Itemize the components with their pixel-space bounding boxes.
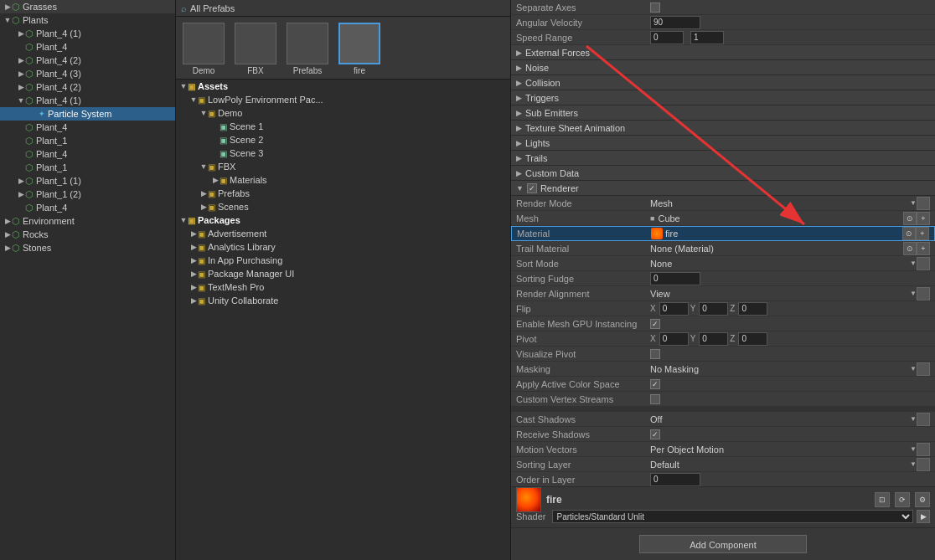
assets-scenes[interactable]: ▣ Scenes	[176, 200, 510, 213]
shader-expand[interactable]: ▶	[917, 510, 930, 523]
component-icon-btn2[interactable]: ⟳	[895, 492, 910, 507]
speed-range-max[interactable]	[690, 31, 724, 44]
inspector-collision[interactable]: ▶ Collision	[511, 75, 935, 90]
packages-advertisement[interactable]: ▣ Advertisement	[176, 227, 510, 240]
cast-shadows-expand[interactable]	[917, 413, 930, 426]
inspector-lights[interactable]: ▶ Lights	[511, 136, 935, 151]
masking-expand[interactable]	[917, 362, 930, 376]
render-mode-expand[interactable]	[917, 197, 930, 210]
mesh-expand[interactable]: ⊙	[903, 212, 917, 225]
inspector-texture-sheet[interactable]: ▶ Texture Sheet Animation	[511, 121, 935, 136]
assets-fbx[interactable]: ▣ FBX	[176, 160, 510, 173]
sorting-fudge-input[interactable]	[650, 272, 700, 285]
assets-materials[interactable]: ▣ Materials	[176, 173, 510, 187]
folder-icon: ▣	[208, 203, 215, 212]
color-space-checkbox[interactable]	[650, 379, 660, 389]
hierarchy-item[interactable]: ⬡ Plant_4 (1)	[0, 27, 175, 40]
motion-vectors-expand[interactable]	[917, 443, 930, 456]
prefab-thumb-selected	[338, 23, 380, 64]
prefab-demo[interactable]: Demo	[183, 23, 225, 75]
plant-icon: ⬡	[12, 15, 20, 26]
assets-prefabs[interactable]: ▣ Prefabs	[176, 187, 510, 200]
assets-root[interactable]: ▣ Assets	[176, 80, 510, 93]
inspector-external-forces[interactable]: ▶ External Forces	[511, 45, 935, 60]
pivot-y[interactable]	[699, 332, 728, 346]
hierarchy-item-particle-system[interactable]: ✦ Particle System	[0, 107, 175, 121]
assets-scene2[interactable]: ▣ Scene 2	[176, 133, 510, 146]
inspector-custom-data[interactable]: ▶ Custom Data	[511, 166, 935, 181]
hierarchy-item[interactable]: ⬡ Plant_4	[0, 147, 175, 161]
assets-lowpoly[interactable]: ▣ LowPoly Environment Pac...	[176, 93, 510, 106]
component-thumbnail	[516, 487, 541, 512]
hierarchy-item[interactable]: ⬡ Plant_4	[0, 121, 175, 134]
angular-velocity-input[interactable]	[650, 16, 700, 29]
sort-expand[interactable]	[917, 257, 930, 270]
flip-x[interactable]	[659, 302, 689, 316]
inspector-triggers[interactable]: ▶ Triggers	[511, 90, 935, 105]
pivot-z[interactable]	[738, 332, 767, 346]
assets-scene3[interactable]: ▣ Scene 3	[176, 146, 510, 160]
property-label: Separate Axes	[516, 3, 650, 13]
assets-scene1[interactable]: ▣ Scene 1	[176, 120, 510, 133]
hierarchy-item[interactable]: ⬡ Plant_4 (2)	[0, 54, 175, 67]
chevron-icon: ▶	[516, 139, 522, 147]
hierarchy-item[interactable]: ⬡ Plant_4	[0, 40, 175, 54]
component-icon-btn3[interactable]: ⚙	[915, 492, 930, 507]
renderer-checkbox[interactable]	[527, 183, 537, 193]
component-icon-btn1[interactable]: ⊡	[875, 492, 890, 507]
hierarchy-item-plants[interactable]: ⬡ Plants	[0, 13, 175, 27]
inspector-noise[interactable]: ▶ Noise	[511, 60, 935, 75]
gpu-instancing-checkbox[interactable]	[650, 319, 660, 329]
prefab-prefabs[interactable]: Prefabs	[287, 23, 328, 75]
packages-analytics[interactable]: ▣ Analytics Library	[176, 240, 510, 254]
prefab-fire[interactable]: fire	[338, 23, 380, 75]
assets-demo[interactable]: ▣ Demo	[176, 106, 510, 120]
folder-icon: ▣	[220, 176, 227, 185]
vertex-streams-checkbox[interactable]	[650, 394, 660, 404]
hierarchy-item-rocks[interactable]: ⬡ Rocks	[0, 228, 175, 241]
packages-iap[interactable]: ▣ In App Purchasing	[176, 254, 510, 267]
packages-manager-ui[interactable]: ▣ Package Manager UI	[176, 267, 510, 280]
hierarchy-item[interactable]: ⬡ Plant_4 (3)	[0, 67, 175, 80]
inspector-renderer[interactable]: ▼ Renderer	[511, 181, 935, 196]
hierarchy-item-environment[interactable]: ⬡ Environment	[0, 214, 175, 228]
hierarchy-item-stones[interactable]: ⬡ Stones	[0, 241, 175, 254]
sorting-layer-expand[interactable]	[917, 458, 930, 471]
packages-root[interactable]: ▣ Packages	[176, 213, 510, 227]
add-component-button[interactable]: Add Component	[639, 535, 807, 553]
inspector-sub-emitters[interactable]: ▶ Sub Emitters	[511, 105, 935, 121]
hierarchy-item[interactable]: ⬡ Plant_4 (1)	[0, 94, 175, 107]
folder-icon: ▣	[188, 82, 195, 91]
inspector-visualize-pivot: Visualize Pivot	[511, 347, 935, 362]
tree-label: Materials	[230, 175, 267, 185]
hierarchy-item[interactable]: ⬡ Plant_4 (2)	[0, 80, 175, 94]
alignment-expand[interactable]	[917, 287, 930, 301]
inspector-trails[interactable]: ▶ Trails	[511, 151, 935, 166]
visualize-pivot-checkbox[interactable]	[650, 349, 660, 359]
order-layer-input[interactable]	[650, 473, 700, 486]
speed-range-min[interactable]	[650, 31, 684, 44]
separate-axes-checkbox[interactable]	[650, 3, 660, 13]
hierarchy-item-grasses[interactable]: ⬡ Grasses	[0, 0, 175, 13]
prefab-fbx[interactable]: FBX	[235, 23, 276, 75]
hierarchy-item[interactable]: ⬡ Plant_1	[0, 161, 175, 174]
plant-icon: ⬡	[25, 55, 34, 66]
hierarchy-item[interactable]: ⬡ Plant_1 (2)	[0, 188, 175, 201]
material-expand[interactable]: ⊙	[902, 227, 916, 240]
hierarchy-item[interactable]: ⬡ Plant_1	[0, 134, 175, 147]
folder-icon: ▣	[198, 296, 205, 306]
trail-expand[interactable]: ⊙	[903, 242, 917, 255]
pivot-x[interactable]	[659, 332, 689, 346]
trail-add[interactable]: +	[917, 242, 930, 255]
property-label: Custom Vertex Streams	[516, 394, 650, 404]
flip-y[interactable]	[699, 302, 728, 316]
receive-shadows-checkbox[interactable]	[650, 429, 660, 439]
packages-collaborate[interactable]: ▣ Unity Collaborate	[176, 294, 510, 307]
hierarchy-item[interactable]: ⬡ Plant_4	[0, 201, 175, 214]
packages-textmesh[interactable]: ▣ TextMesh Pro	[176, 280, 510, 294]
shader-dropdown[interactable]: Particles/Standard Unlit	[552, 510, 913, 523]
material-add[interactable]: +	[916, 227, 929, 240]
mesh-add[interactable]: +	[917, 212, 930, 225]
flip-z[interactable]	[738, 302, 767, 316]
hierarchy-item[interactable]: ⬡ Plant_1 (1)	[0, 174, 175, 188]
